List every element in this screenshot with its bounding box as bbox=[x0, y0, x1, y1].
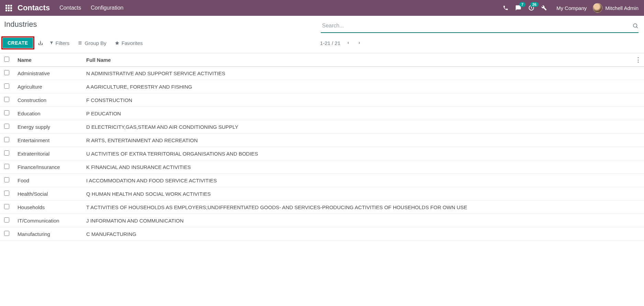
cell-name: Energy supply bbox=[13, 120, 82, 134]
cell-name: Finance/Insurance bbox=[13, 160, 82, 174]
cell-name: Health/Social bbox=[13, 187, 82, 201]
download-icon[interactable] bbox=[36, 39, 45, 47]
cell-name: Construction bbox=[13, 93, 82, 107]
user-menu[interactable]: Mitchell Admin bbox=[593, 3, 639, 13]
user-name: Mitchell Admin bbox=[605, 5, 639, 11]
cell-full-name: C MANUFACTURING bbox=[82, 227, 644, 241]
favorites-label: Favorites bbox=[122, 40, 143, 46]
cell-name: Households bbox=[13, 201, 82, 214]
group-by-label: Group By bbox=[84, 40, 106, 46]
columns-menu-icon[interactable]: ⋮ bbox=[635, 56, 641, 64]
row-checkbox[interactable] bbox=[4, 124, 9, 129]
pager-prev[interactable] bbox=[345, 39, 351, 47]
filters-button[interactable]: Filters bbox=[49, 40, 70, 46]
cell-full-name: J INFORMATION AND COMMUNICATION bbox=[82, 214, 644, 227]
cell-name: Manufacturing bbox=[13, 227, 82, 241]
table-row[interactable]: IT/CommunicationJ INFORMATION AND COMMUN… bbox=[0, 214, 644, 227]
cell-full-name: T ACTIVITIES OF HOUSEHOLDS AS EMPLOYERS;… bbox=[82, 201, 644, 214]
cell-name: Agriculture bbox=[13, 80, 82, 93]
table-row[interactable]: EntertainmentR ARTS, ENTERTAINMENT AND R… bbox=[0, 134, 644, 147]
table-row[interactable]: FoodI ACCOMMODATION AND FOOD SERVICE ACT… bbox=[0, 174, 644, 187]
cell-name: Entertainment bbox=[13, 134, 82, 147]
table-row[interactable]: ConstructionF CONSTRUCTION bbox=[0, 93, 644, 107]
cell-full-name: Q HUMAN HEALTH AND SOCIAL WORK ACTIVITIE… bbox=[82, 187, 644, 201]
cell-full-name: A AGRICULTURE, FORESTRY AND FISHING bbox=[82, 80, 644, 93]
page-title: Industries bbox=[4, 20, 321, 29]
tools-icon[interactable] bbox=[541, 5, 547, 11]
pager-next[interactable] bbox=[356, 39, 362, 47]
row-checkbox[interactable] bbox=[4, 150, 9, 156]
cell-full-name: F CONSTRUCTION bbox=[82, 93, 644, 107]
search-input[interactable] bbox=[321, 21, 631, 31]
top-navbar: Contacts Contacts Configuration 7 26 My … bbox=[0, 0, 644, 16]
cell-full-name: N ADMINISTRATIVE AND SUPPORT SERVICE ACT… bbox=[82, 67, 644, 80]
cell-name: Administrative bbox=[13, 67, 82, 80]
table-header-row: Name Full Name ⋮ bbox=[0, 53, 644, 67]
table-row[interactable]: HouseholdsT ACTIVITIES OF HOUSEHOLDS AS … bbox=[0, 201, 644, 214]
group-by-button[interactable]: Group By bbox=[78, 40, 106, 46]
cell-name: Food bbox=[13, 174, 82, 187]
row-checkbox[interactable] bbox=[4, 110, 9, 115]
table-row[interactable]: ManufacturingC MANUFACTURING bbox=[0, 227, 644, 241]
messages-icon[interactable]: 7 bbox=[515, 5, 521, 11]
table-row[interactable]: Finance/InsuranceK FINANCIAL AND INSURAN… bbox=[0, 160, 644, 174]
app-brand[interactable]: Contacts bbox=[18, 3, 50, 12]
control-panel: Industries CREATE Filters bbox=[0, 16, 644, 48]
row-checkbox[interactable] bbox=[4, 231, 9, 236]
row-checkbox[interactable] bbox=[4, 70, 9, 75]
cell-full-name: K FINANCIAL AND INSURANCE ACTIVITIES bbox=[82, 160, 644, 174]
cell-name: Extraterritorial bbox=[13, 147, 82, 160]
table-row[interactable]: AgricultureA AGRICULTURE, FORESTRY AND F… bbox=[0, 80, 644, 93]
search-box[interactable] bbox=[321, 20, 639, 33]
star-icon bbox=[115, 41, 120, 45]
row-checkbox[interactable] bbox=[4, 217, 9, 223]
activities-badge: 26 bbox=[530, 2, 539, 7]
cell-full-name: U ACTIVITIES OF EXTRA TERRITORIAL ORGANI… bbox=[82, 147, 644, 160]
table-row[interactable]: Health/SocialQ HUMAN HEALTH AND SOCIAL W… bbox=[0, 187, 644, 201]
table-row[interactable]: ExtraterritorialU ACTIVITIES OF EXTRA TE… bbox=[0, 147, 644, 160]
nav-link-configuration[interactable]: Configuration bbox=[91, 5, 123, 11]
cell-name: IT/Communication bbox=[13, 214, 82, 227]
col-name[interactable]: Name bbox=[13, 53, 82, 67]
select-all-checkbox[interactable] bbox=[4, 57, 9, 62]
nav-link-contacts[interactable]: Contacts bbox=[59, 5, 81, 11]
col-full-name-label: Full Name bbox=[86, 57, 111, 63]
row-checkbox[interactable] bbox=[4, 191, 9, 196]
apps-icon[interactable] bbox=[5, 5, 12, 11]
filters-label: Filters bbox=[56, 40, 70, 46]
phone-icon[interactable] bbox=[503, 5, 508, 11]
chevron-left-icon bbox=[347, 40, 350, 46]
table-row[interactable]: AdministrativeN ADMINISTRATIVE AND SUPPO… bbox=[0, 67, 644, 80]
avatar bbox=[593, 3, 602, 13]
row-checkbox[interactable] bbox=[4, 164, 9, 169]
cell-full-name: P EDUCATION bbox=[82, 107, 644, 120]
funnel-icon bbox=[49, 41, 54, 45]
create-button[interactable]: CREATE bbox=[3, 38, 33, 48]
favorites-button[interactable]: Favorites bbox=[115, 40, 143, 46]
cell-full-name: D ELECTRICITY,GAS,STEAM AND AIR CONDITIO… bbox=[82, 120, 644, 134]
messages-badge: 7 bbox=[519, 2, 526, 7]
table-row[interactable]: EducationP EDUCATION bbox=[0, 107, 644, 120]
company-selector[interactable]: My Company bbox=[556, 5, 587, 11]
row-checkbox[interactable] bbox=[4, 83, 9, 89]
pager-text[interactable]: 1-21 / 21 bbox=[320, 40, 340, 46]
svg-point-1 bbox=[633, 24, 637, 27]
list-icon bbox=[78, 41, 82, 45]
cell-name: Education bbox=[13, 107, 82, 120]
table-row[interactable]: Energy supplyD ELECTRICITY,GAS,STEAM AND… bbox=[0, 120, 644, 134]
row-checkbox[interactable] bbox=[4, 97, 9, 102]
data-table: Name Full Name ⋮ AdministrativeN ADMINIS… bbox=[0, 53, 644, 241]
row-checkbox[interactable] bbox=[4, 137, 9, 142]
activities-icon[interactable]: 26 bbox=[528, 5, 534, 11]
search-icon[interactable] bbox=[632, 23, 639, 29]
chevron-right-icon bbox=[358, 40, 361, 46]
col-full-name[interactable]: Full Name ⋮ bbox=[82, 53, 644, 67]
row-checkbox[interactable] bbox=[4, 204, 9, 209]
cell-full-name: R ARTS, ENTERTAINMENT AND RECREATION bbox=[82, 134, 644, 147]
row-checkbox[interactable] bbox=[4, 177, 9, 182]
cell-full-name: I ACCOMMODATION AND FOOD SERVICE ACTIVIT… bbox=[82, 174, 644, 187]
